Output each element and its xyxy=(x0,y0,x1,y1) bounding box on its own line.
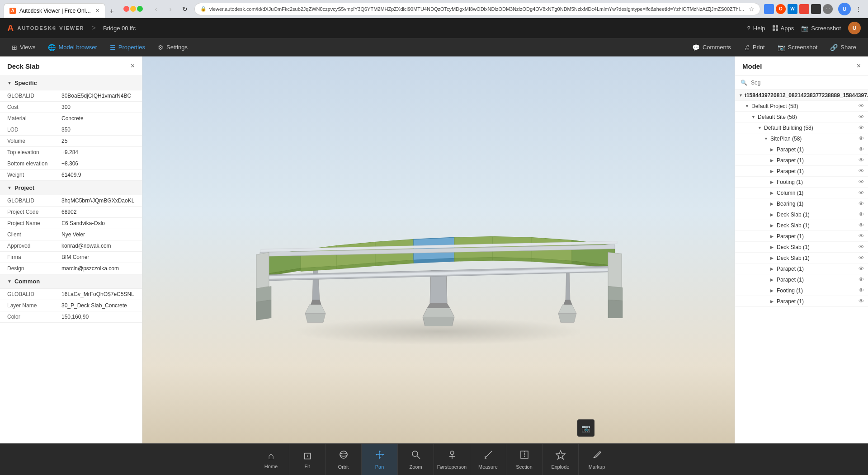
tree-item[interactable]: ▶ Column (1) 👁 xyxy=(735,188,868,198)
tree-arrow-icon[interactable]: ▶ xyxy=(770,158,775,163)
visibility-eye-icon[interactable]: 👁 xyxy=(859,146,864,153)
ext-icon-6[interactable]: ⋯ xyxy=(823,4,833,14)
ext-icon-5[interactable] xyxy=(811,4,821,14)
bottom-tool-pan[interactable]: Pan xyxy=(362,444,398,475)
forward-button[interactable]: › xyxy=(165,3,176,15)
screenshot-header-button[interactable]: 📷 Screenshot xyxy=(801,25,841,32)
visibility-eye-icon[interactable]: 👁 xyxy=(859,276,864,283)
tree-item[interactable]: ▶ Parapet (1) 👁 xyxy=(735,155,868,166)
visibility-eye-icon[interactable]: 👁 xyxy=(859,157,864,164)
visibility-eye-icon[interactable]: 👁 xyxy=(859,103,864,109)
tree-item[interactable]: ▶ Parapet (1) 👁 xyxy=(735,166,868,177)
tree-item[interactable]: ▼ Default Building (58) 👁 xyxy=(735,122,868,133)
visibility-eye-icon[interactable]: 👁 xyxy=(859,113,864,120)
tree-item[interactable]: ▼ Default Project (58) 👁 xyxy=(735,101,868,112)
ext-icon-1[interactable] xyxy=(764,4,774,14)
ext-icon-3[interactable]: W xyxy=(788,4,797,14)
tree-item[interactable]: ▶ Parapet (1) 👁 xyxy=(735,231,868,242)
bottom-tool-markup[interactable]: Markup xyxy=(579,444,615,475)
apps-button[interactable]: Apps xyxy=(773,25,794,32)
floating-screenshot-button[interactable]: 📷 xyxy=(577,419,594,437)
new-tab-button[interactable]: + xyxy=(105,5,118,18)
back-button[interactable]: ‹ xyxy=(150,3,162,15)
tree-arrow-icon[interactable]: ▶ xyxy=(770,299,775,304)
tree-arrow-icon[interactable]: ▼ xyxy=(764,136,769,141)
toolbar-settings-button[interactable]: ⚙ Settings xyxy=(153,42,192,53)
toolbar-share-button[interactable]: 🔗 Share xyxy=(826,42,861,53)
tree-arrow-icon[interactable]: ▶ xyxy=(770,202,775,206)
tree-arrow-icon[interactable]: ▶ xyxy=(770,288,775,293)
tree-arrow-icon[interactable]: ▼ xyxy=(751,115,756,119)
tree-item[interactable]: ▶ Deck Slab (1) 👁 xyxy=(735,220,868,231)
bottom-tool-zoom[interactable]: Zoom xyxy=(398,444,434,475)
tree-arrow-icon[interactable]: ▼ xyxy=(745,104,750,108)
bottom-tool-explode[interactable]: Explode xyxy=(542,444,579,475)
bookmark-icon[interactable]: ☆ xyxy=(749,5,755,13)
toolbar-comments-button[interactable]: 💬 Comments xyxy=(688,42,736,53)
visibility-eye-icon[interactable]: 👁 xyxy=(859,124,864,131)
tree-arrow-icon[interactable]: ▶ xyxy=(770,277,775,282)
visibility-eye-icon[interactable]: 👁 xyxy=(859,211,864,218)
toolbar-views-button[interactable]: ⊞ Views xyxy=(7,42,40,53)
visibility-eye-icon[interactable]: 👁 xyxy=(859,168,864,174)
bottom-tool-firstperson[interactable]: Førsteperson xyxy=(434,444,470,475)
tree-arrow-icon[interactable]: ▶ xyxy=(770,223,775,228)
visibility-eye-icon[interactable]: 👁 xyxy=(859,200,864,207)
tree-item[interactable]: ▶ Bearing (1) 👁 xyxy=(735,198,868,209)
bottom-tool-section[interactable]: Section xyxy=(506,444,542,475)
toolbar-screenshot-button[interactable]: 📷 Screenshot xyxy=(773,42,822,53)
tree-item[interactable]: ▶ Deck Slab (1) 👁 xyxy=(735,209,868,220)
tree-arrow-icon[interactable]: ▶ xyxy=(770,267,775,271)
tree-arrow-icon[interactable]: ▶ xyxy=(770,234,775,239)
visibility-eye-icon[interactable]: 👁 xyxy=(859,244,864,250)
tree-item[interactable]: ▼ Default Site (58) 👁 xyxy=(735,112,868,122)
model-panel-close-button[interactable]: × xyxy=(857,62,861,70)
tree-arrow-icon[interactable]: ▶ xyxy=(770,212,775,217)
panel-close-button[interactable]: × xyxy=(131,62,135,70)
model-search-box[interactable]: 🔍 xyxy=(735,76,868,90)
tree-arrow-icon[interactable]: ▶ xyxy=(770,147,775,152)
tree-arrow-icon[interactable]: ▶ xyxy=(770,191,775,195)
section-header-specific[interactable]: ▼Specific xyxy=(0,76,142,90)
visibility-eye-icon[interactable]: 👁 xyxy=(859,222,864,229)
tab-close-button[interactable]: ✕ xyxy=(95,8,99,14)
tree-item[interactable]: ▶ Parapet (1) 👁 xyxy=(735,296,868,307)
model-search-input[interactable] xyxy=(751,80,863,86)
window-minimize[interactable] xyxy=(130,6,136,12)
tree-arrow-icon[interactable]: ▶ xyxy=(770,256,775,260)
visibility-eye-icon[interactable]: 👁 xyxy=(859,233,864,240)
profile-button[interactable]: U xyxy=(838,3,851,15)
visibility-eye-icon[interactable]: 👁 xyxy=(859,189,864,196)
bottom-tool-fit[interactable]: ⊡ Fit xyxy=(289,444,326,475)
browser-menu-button[interactable]: ⋮ xyxy=(853,3,864,15)
tree-item[interactable]: ▶ Footing (1) 👁 xyxy=(735,177,868,188)
visibility-eye-icon[interactable]: 👁 xyxy=(859,287,864,294)
active-tab[interactable]: A Autodesk Viewer | Free Online F... ✕ xyxy=(4,3,105,18)
address-bar[interactable]: 🔒 viewer.autodesk.com/id/dXJuOmFkc2sub2J… xyxy=(194,3,760,15)
tree-arrow-icon[interactable]: ▶ xyxy=(770,245,775,249)
toolbar-print-button[interactable]: 🖨 Print xyxy=(739,42,769,53)
tree-item[interactable]: ▶ Footing (1) 👁 xyxy=(735,285,868,296)
toolbar-model-browser-button[interactable]: 🌐 Model browser xyxy=(43,42,101,53)
reload-button[interactable]: ↻ xyxy=(179,3,191,15)
tree-arrow-icon[interactable]: ▼ xyxy=(758,126,762,130)
bottom-tool-home[interactable]: ⌂ Home xyxy=(253,444,289,475)
ext-icon-2[interactable]: O xyxy=(776,4,786,14)
tree-item[interactable]: ▼ t1584439720812_08214238377238889_15844… xyxy=(735,90,868,101)
section-header-project[interactable]: ▼Project xyxy=(0,181,142,195)
tree-item[interactable]: ▼ SitePlan (58) 👁 xyxy=(735,133,868,144)
tree-item[interactable]: ▶ Parapet (1) 👁 xyxy=(735,263,868,274)
tree-arrow-icon[interactable]: ▼ xyxy=(739,93,743,98)
tree-arrow-icon[interactable]: ▶ xyxy=(770,180,775,184)
bottom-tool-measure[interactable]: Measure xyxy=(470,444,506,475)
help-button[interactable]: ? Help xyxy=(747,25,765,32)
visibility-eye-icon[interactable]: 👁 xyxy=(859,265,864,272)
visibility-eye-icon[interactable]: 👁 xyxy=(859,135,864,142)
bottom-tool-orbit[interactable]: Orbit xyxy=(326,444,362,475)
tree-item[interactable]: ▶ Deck Slab (1) 👁 xyxy=(735,253,868,263)
tree-item[interactable]: ▶ Parapet (1) 👁 xyxy=(735,144,868,155)
toolbar-properties-button[interactable]: ☰ Properties xyxy=(105,42,150,53)
section-header-common[interactable]: ▼Common xyxy=(0,274,142,289)
tree-item[interactable]: ▶ Deck Slab (1) 👁 xyxy=(735,242,868,253)
ext-icon-4[interactable] xyxy=(799,4,809,14)
